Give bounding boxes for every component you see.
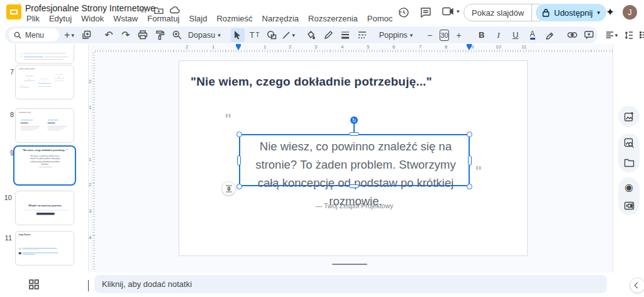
slide-number: 9: [4, 149, 14, 157]
thumbnail-slide-6[interactable]: [15, 44, 74, 64]
increase-font-button[interactable]: +: [452, 28, 466, 42]
select-tool[interactable]: [231, 28, 245, 42]
menu-widok[interactable]: Widok: [80, 14, 105, 23]
meet-camera-icon[interactable]: ▾: [442, 7, 460, 16]
line-spacing-button[interactable]: [622, 28, 636, 42]
add-image-icon[interactable]: [619, 108, 638, 125]
resize-handle-ne[interactable]: [467, 132, 472, 137]
record-icon[interactable]: ◉: [619, 178, 638, 196]
grid-view-icon[interactable]: [28, 279, 40, 290]
border-dash-icon[interactable]: [355, 28, 369, 42]
menu-wstaw[interactable]: Wstaw: [112, 14, 139, 23]
resize-handle-e[interactable]: [468, 155, 472, 165]
border-weight-icon[interactable]: [338, 28, 352, 42]
canvas-area: 2 1 1 2 3 4 5 6 7 8 9 10 11 2 1 1 2 3 4 …: [88, 44, 613, 272]
side-tool-group-2: [618, 133, 640, 172]
add-button[interactable]: +▾: [62, 28, 76, 42]
menu-formatuj[interactable]: Formatuj: [146, 14, 180, 23]
resize-handle-se[interactable]: [467, 184, 472, 189]
thumbnail-slide-11[interactable]: Image Sources: [15, 231, 74, 266]
camera-card-icon[interactable]: [619, 197, 638, 215]
rotation-handle[interactable]: ↻: [350, 116, 358, 124]
highlight-color-button[interactable]: [543, 28, 557, 42]
underline-button[interactable]: U: [509, 28, 523, 42]
folder-icon[interactable]: [619, 154, 638, 172]
search-icon: [14, 31, 21, 39]
zoom-icon[interactable]: [170, 28, 184, 42]
toolbar-search-label: Menu: [25, 31, 44, 40]
thumbnail-slide-8[interactable]: Przejrzyste ceny: [15, 108, 74, 143]
italic-button[interactable]: I: [492, 28, 506, 42]
move-folder-icon[interactable]: [154, 6, 164, 14]
autofit-button[interactable]: [221, 181, 236, 196]
font-size-input[interactable]: 30: [440, 30, 448, 41]
textbox-tool[interactable]: TT: [248, 28, 262, 42]
indent-marker-left[interactable]: [236, 46, 241, 50]
paint-format-icon[interactable]: [153, 28, 167, 42]
present-label[interactable]: Pokaz slajdów: [464, 4, 531, 21]
border-color-icon[interactable]: [321, 28, 335, 42]
slide-page[interactable]: "Nie wiem, czego dokładnie potrzebuję...…: [179, 60, 528, 256]
resize-handle-s[interactable]: [349, 184, 359, 188]
quote-attribution[interactable]: — Twój Zespół Projektowy: [239, 202, 470, 210]
align-button[interactable]: ▾: [605, 28, 619, 42]
cloud-status-icon[interactable]: [170, 6, 180, 14]
slide-number: 7: [4, 68, 14, 76]
fill-color-icon[interactable]: [304, 28, 318, 42]
redo-button[interactable]: ↷: [119, 28, 133, 42]
notes-resize-handle[interactable]: [332, 264, 367, 265]
side-tool-group-1: [618, 106, 640, 127]
resize-handle-w[interactable]: [237, 155, 241, 165]
thumbnail-slide-9-selected[interactable]: "Nie wiem, czego dokładnie potrzebuję...…: [13, 145, 76, 186]
slides-logo-icon[interactable]: [6, 4, 21, 20]
thumbnail-slide-7[interactable]: Prosty i szybki proces: [15, 65, 74, 99]
menu-rozmiesc[interactable]: Rozmieść: [215, 14, 253, 23]
text-color-button[interactable]: A: [526, 28, 540, 42]
menu-pomoc[interactable]: Pomoc: [366, 14, 394, 23]
horizontal-ruler[interactable]: 2 1 1 2 3 4 5 6 7 8 9 10 11: [95, 44, 614, 52]
line-tool[interactable]: ▾: [282, 28, 296, 42]
indent-marker-right[interactable]: [467, 46, 472, 50]
gemini-sparkle-icon[interactable]: ✦: [606, 6, 614, 19]
comments-icon[interactable]: [420, 7, 431, 18]
collapse-filmstrip-icon[interactable]: [88, 280, 89, 291]
quote-text[interactable]: Nie wiesz, co powinno znaleźć się na str…: [235, 137, 476, 210]
menu-plik[interactable]: Plik: [25, 14, 41, 23]
bulleted-list-button[interactable]: ▾: [639, 28, 644, 42]
add-comment-button[interactable]: [582, 28, 596, 42]
bold-button[interactable]: B: [475, 28, 489, 42]
resize-handle-n[interactable]: [349, 132, 359, 136]
toolbar: Menu +▾ ↶ ↷ Dopasu▾ TT ▾ Poppins▾ − 30: [5, 26, 597, 43]
avatar[interactable]: J: [623, 5, 637, 20]
shape-tool[interactable]: [265, 28, 279, 42]
vertical-ruler[interactable]: 2 1 1 2 3 4: [89, 52, 95, 269]
font-family-select[interactable]: Poppins▾: [378, 31, 414, 40]
resize-handle-nw[interactable]: [236, 132, 242, 137]
menu-edytuj[interactable]: Edytuj: [48, 14, 73, 23]
thumbnail-slide-10[interactable]: Wejdź na wyższy poziom.: [15, 191, 74, 225]
slide-number: 11: [2, 234, 12, 242]
collapse-side-panel-button[interactable]: [630, 277, 644, 293]
resize-handle-sw[interactable]: [236, 184, 242, 189]
share-button[interactable]: Udostępnij ▾: [536, 4, 606, 21]
meet-caret-icon[interactable]: ▾: [457, 8, 460, 14]
undo-button[interactable]: ↶: [102, 28, 116, 42]
slide-title[interactable]: "Nie wiem, czego dokładnie potrzebuję...…: [184, 75, 438, 89]
insert-link-button[interactable]: [565, 28, 579, 42]
menu-narzedzia[interactable]: Narzędzia: [261, 14, 301, 23]
document-title[interactable]: Profesjonalne Strony Internetowe: [25, 3, 155, 13]
new-slide-icon[interactable]: [79, 28, 93, 42]
share-caret-icon[interactable]: ▾: [597, 9, 600, 16]
image-search-icon[interactable]: [619, 135, 638, 152]
print-icon[interactable]: [136, 28, 150, 42]
version-history-icon[interactable]: [398, 7, 409, 18]
selected-textbox[interactable]: Nie wiesz, co powinno znaleźć się na str…: [239, 134, 470, 186]
menu-slajd[interactable]: Slajd: [188, 14, 209, 23]
fit-zoom-select[interactable]: Dopasu▾: [187, 31, 222, 40]
filmstrip: 7 Prosty i szybki proces 8 Przejrzyste c…: [0, 44, 88, 297]
toolbar-search[interactable]: Menu: [9, 28, 59, 42]
menu-rozszerzenia[interactable]: Rozszerzenia: [307, 14, 359, 23]
speaker-notes-input[interactable]: Kliknij, aby dodać notatki: [94, 275, 607, 293]
decrease-font-button[interactable]: −: [423, 28, 436, 42]
present-button[interactable]: Pokaz slajdów ▾: [464, 4, 547, 21]
